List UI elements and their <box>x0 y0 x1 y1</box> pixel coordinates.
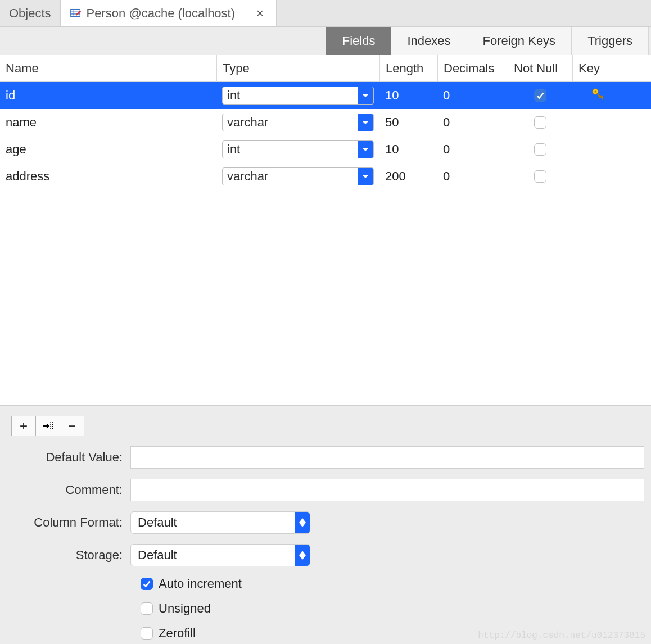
col-notnull[interactable]: Not Null <box>508 55 572 81</box>
subtab-fields[interactable]: Fields <box>326 27 392 55</box>
field-notnull-cell <box>508 136 572 163</box>
field-length[interactable]: 10 <box>379 82 437 109</box>
comment-label: Comment: <box>7 483 130 497</box>
field-properties-panel: + − Default Value: Comment: Column Forma… <box>0 405 651 641</box>
field-name[interactable]: id <box>0 82 216 109</box>
fields-toolbar: + − <box>0 410 651 442</box>
field-type-value: int <box>223 88 358 103</box>
field-type-select[interactable]: int <box>222 87 374 105</box>
zerofill-label: Zerofill <box>159 626 196 641</box>
field-type-select[interactable]: varchar <box>222 167 374 185</box>
field-decimals[interactable]: 0 <box>437 163 508 190</box>
field-length[interactable]: 10 <box>379 136 437 163</box>
field-key-cell[interactable] <box>572 82 623 109</box>
field-type-value: int <box>223 142 358 157</box>
storage-value: Default <box>131 548 295 563</box>
field-key-cell[interactable] <box>572 163 623 190</box>
grid-header: Name Type Length Decimals Not Null Key <box>0 55 651 82</box>
chevron-down-icon <box>358 168 373 185</box>
table-edit-icon <box>70 7 82 20</box>
comment-input[interactable] <box>130 479 644 501</box>
field-type-value: varchar <box>223 115 358 130</box>
col-type[interactable]: Type <box>216 55 379 81</box>
column-format-select[interactable]: Default <box>130 511 310 534</box>
field-name[interactable]: name <box>0 109 216 136</box>
field-name[interactable]: age <box>0 136 216 163</box>
field-decimals[interactable]: 0 <box>437 82 508 109</box>
field-notnull-cell <box>508 109 572 136</box>
not-null-checkbox[interactable] <box>534 143 546 156</box>
auto-increment-label: Auto increment <box>159 577 242 591</box>
fields-grid: Name Type Length Decimals Not Null Key i… <box>0 55 651 405</box>
window-tabs: Objects Person @cache (localhost) × <box>0 0 651 27</box>
close-icon[interactable]: × <box>253 5 267 22</box>
tab-label: Person @cache (localhost) <box>87 6 235 21</box>
storage-label: Storage: <box>7 548 130 563</box>
subtab-triggers[interactable]: Triggers <box>571 27 649 55</box>
column-format-label: Column Format: <box>7 515 130 530</box>
field-decimals[interactable]: 0 <box>437 136 508 163</box>
table-row[interactable]: addressvarchar2000 <box>0 163 651 190</box>
insert-row-icon <box>42 420 53 432</box>
not-null-checkbox[interactable] <box>534 116 546 129</box>
unsigned-label: Unsigned <box>159 601 211 616</box>
field-type-select[interactable]: varchar <box>222 114 374 131</box>
subtab-indexes[interactable]: Indexes <box>391 27 467 55</box>
stepper-arrows-icon <box>295 512 310 533</box>
chevron-down-icon <box>358 141 373 158</box>
primary-key-icon <box>591 87 604 104</box>
stepper-arrows-icon <box>295 545 310 566</box>
field-type-cell: int <box>216 82 379 109</box>
field-decimals[interactable]: 0 <box>437 109 508 136</box>
field-type-cell: varchar <box>216 163 379 190</box>
field-key-cell[interactable] <box>572 136 623 163</box>
col-key[interactable]: Key <box>572 55 623 81</box>
field-key-cell[interactable] <box>572 109 623 136</box>
tab-label: Objects <box>9 6 51 21</box>
column-format-value: Default <box>131 515 295 530</box>
tab-table-person[interactable]: Person @cache (localhost) × <box>61 0 277 26</box>
field-type-cell: int <box>216 136 379 163</box>
field-length[interactable]: 200 <box>379 163 437 190</box>
chevron-down-icon <box>358 114 373 131</box>
field-type-select[interactable]: int <box>222 140 374 158</box>
field-type-cell: varchar <box>216 109 379 136</box>
col-decimals[interactable]: Decimals <box>437 55 508 81</box>
default-value-input[interactable] <box>130 446 644 469</box>
table-row[interactable]: namevarchar500 <box>0 109 651 136</box>
structure-subtabs: Fields Indexes Foreign Keys Triggers <box>0 27 651 55</box>
storage-select[interactable]: Default <box>130 544 310 566</box>
field-type-value: varchar <box>223 169 358 184</box>
subtab-foreign-keys[interactable]: Foreign Keys <box>467 27 572 55</box>
auto-increment-checkbox[interactable] <box>141 578 153 590</box>
field-notnull-cell <box>508 163 572 190</box>
tab-objects[interactable]: Objects <box>0 0 61 26</box>
not-null-checkbox[interactable] <box>534 170 546 183</box>
zerofill-checkbox[interactable] <box>141 627 153 640</box>
add-field-button[interactable]: + <box>11 416 36 436</box>
field-notnull-cell <box>508 82 572 109</box>
field-name[interactable]: address <box>0 163 216 190</box>
svg-point-5 <box>594 90 596 92</box>
not-null-checkbox[interactable] <box>534 89 546 102</box>
delete-field-button[interactable]: − <box>60 416 84 436</box>
default-value-label: Default Value: <box>7 450 130 465</box>
table-row[interactable]: ageint100 <box>0 136 651 163</box>
chevron-down-icon <box>358 87 373 104</box>
col-name[interactable]: Name <box>0 55 216 81</box>
field-length[interactable]: 50 <box>379 109 437 136</box>
table-row[interactable]: idint100 <box>0 82 651 109</box>
col-length[interactable]: Length <box>379 55 437 81</box>
unsigned-checkbox[interactable] <box>141 602 153 615</box>
insert-field-button[interactable] <box>35 416 60 436</box>
